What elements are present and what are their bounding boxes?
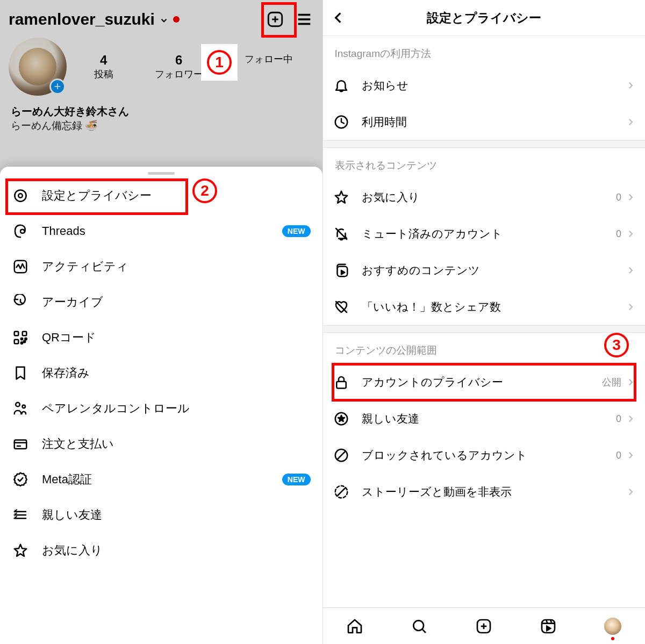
settings-row-clock[interactable]: 利用時間	[323, 104, 646, 140]
left-panel: ramenlover_suzuki + 4投稿 6フォロワー	[0, 0, 323, 644]
parental-icon	[12, 400, 29, 417]
svg-marker-24	[15, 545, 27, 556]
annotation-box-2	[5, 178, 188, 215]
trail-value: 0	[616, 228, 621, 240]
profile-stats: 4投稿 6フォロワー フォロー中	[73, 53, 314, 81]
settings-row-dashedcircle[interactable]: ストーリーズと動画を非表示	[323, 474, 646, 510]
svg-marker-32	[338, 416, 345, 421]
svg-rect-42	[542, 620, 555, 633]
menu-item-threads[interactable]: ThreadsNEW	[0, 213, 322, 249]
svg-point-17	[23, 405, 26, 409]
stat-posts[interactable]: 4投稿	[94, 53, 113, 81]
settings-row-heartslash[interactable]: 「いいね！」数とシェア数	[323, 289, 646, 325]
menu-item-star[interactable]: お気に入り	[0, 533, 322, 568]
settings-row-label: 親しい友達	[362, 411, 419, 426]
settings-row-label: 利用時間	[362, 115, 407, 130]
menu-item-qr[interactable]: QRコード	[0, 320, 322, 355]
svg-line-38	[422, 629, 426, 633]
block-icon	[333, 447, 350, 464]
trail-value: 0	[616, 192, 621, 203]
archive-icon	[12, 294, 29, 311]
qr-icon	[12, 329, 29, 346]
menu-item-activity[interactable]: アクティビティ	[0, 249, 322, 284]
settings-row-label: おすすめのコンテンツ	[362, 263, 480, 278]
avatar-add-icon[interactable]: +	[49, 78, 66, 95]
threads-icon	[12, 223, 29, 240]
settings-row-label: ブロックされているアカウント	[362, 448, 527, 463]
trail-value: 0	[616, 450, 621, 461]
tab-create[interactable]	[475, 618, 492, 635]
closefriends-icon	[12, 506, 29, 524]
annotation-step-1: 1	[201, 44, 238, 81]
svg-point-37	[414, 620, 424, 631]
menu-item-archive[interactable]: アーカイブ	[0, 284, 322, 320]
svg-point-12	[24, 341, 26, 343]
svg-point-15	[25, 338, 27, 340]
menu-item-verified[interactable]: Meta認証NEW	[0, 462, 322, 497]
tab-reels[interactable]	[540, 618, 557, 635]
new-badge: NEW	[282, 225, 311, 237]
tab-home[interactable]	[346, 618, 363, 635]
profile-username[interactable]: ramenlover_suzuki	[9, 10, 155, 28]
star-icon	[12, 542, 29, 559]
hamburger-sheet: 設定とプライバシーThreadsNEWアクティビティアーカイブQRコード保存済み…	[0, 167, 322, 644]
stat-following[interactable]: フォロー中	[245, 53, 293, 81]
tab-profile[interactable]	[604, 618, 621, 635]
hamburger-menu-button[interactable]	[295, 10, 314, 29]
tab-profile-dot	[611, 637, 614, 640]
menu-item-closefriends[interactable]: 親しい友達	[0, 497, 322, 533]
section-1-title: Instagramの利用方法	[323, 36, 646, 67]
settings-header: 設定とプライバシー	[323, 0, 646, 35]
settings-row-label: 「いいね！」数とシェア数	[362, 299, 501, 314]
svg-point-16	[16, 403, 20, 407]
settings-row-bellslash[interactable]: ミュート済みのアカウント0	[323, 216, 646, 252]
svg-point-14	[21, 342, 23, 344]
bottom-tabbar	[323, 607, 646, 644]
verified-icon	[12, 471, 29, 488]
menu-item-parental[interactable]: ペアレンタルコントロール	[0, 391, 322, 426]
svg-rect-10	[23, 332, 27, 336]
bell-icon	[333, 77, 350, 94]
back-button[interactable]	[332, 11, 346, 25]
annotation-step-3: 3	[604, 333, 629, 357]
menu-item-label: 親しい友達	[42, 507, 102, 523]
profile-avatar[interactable]: +	[9, 38, 67, 96]
stat-followers[interactable]: 6フォロワー	[155, 53, 203, 81]
settings-row-reelsplay[interactable]: おすすめのコンテンツ	[323, 252, 646, 289]
svg-rect-18	[15, 440, 27, 449]
reelsplay-icon	[333, 262, 350, 279]
bio-name: らーめん大好き鈴木さん	[11, 104, 312, 119]
menu-item-label: 注文と支払い	[42, 436, 114, 452]
notification-dot	[173, 16, 180, 23]
settings-row-label: お知らせ	[362, 78, 408, 93]
svg-marker-26	[335, 191, 347, 203]
settings-row-bell[interactable]: お知らせ	[323, 67, 646, 104]
star-icon	[333, 189, 350, 206]
dashedcircle-icon	[333, 483, 350, 500]
profile-row: + 4投稿 6フォロワー フォロー中	[0, 34, 322, 100]
settings-title: 設定とプライバシー	[427, 10, 541, 26]
menu-item-label: 保存済み	[42, 365, 90, 381]
svg-rect-11	[15, 340, 19, 344]
annotation-box-3	[332, 363, 637, 402]
sheet-handle[interactable]	[148, 172, 175, 175]
trail-value: 0	[616, 413, 621, 425]
tab-search[interactable]	[411, 618, 428, 635]
menu-item-label: ペアレンタルコントロール	[42, 400, 190, 417]
menu-item-label: アーカイブ	[42, 294, 103, 310]
settings-row-label: ミュート済みのアカウント	[362, 226, 503, 241]
settings-row-block[interactable]: ブロックされているアカウント0	[323, 437, 646, 474]
menu-item-bookmark[interactable]: 保存済み	[0, 355, 322, 391]
section-2-title: 表示されるコンテンツ	[323, 148, 646, 179]
activity-icon	[12, 258, 29, 275]
settings-row-starcircle[interactable]: 親しい友達0	[323, 400, 646, 437]
annotation-step-2: 2	[192, 178, 225, 211]
menu-item-label: QRコード	[42, 330, 96, 346]
new-badge: NEW	[282, 474, 311, 485]
settings-row-star[interactable]: お気に入り0	[323, 179, 646, 216]
heartslash-icon	[333, 298, 350, 316]
settings-row-label: お気に入り	[362, 190, 420, 205]
menu-item-card[interactable]: 注文と支払い	[0, 426, 322, 462]
settings-row-label: ストーリーズと動画を非表示	[362, 484, 512, 499]
svg-point-13	[21, 338, 23, 340]
